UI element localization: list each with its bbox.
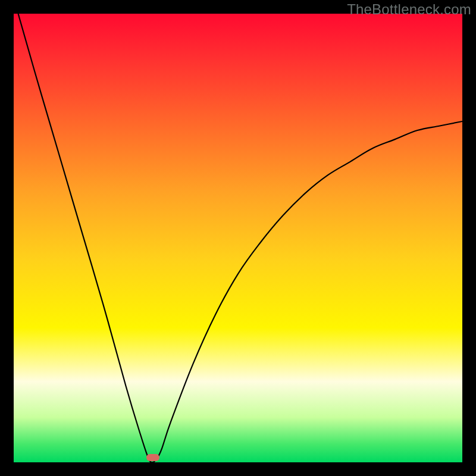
optimal-marker <box>146 454 159 461</box>
chart-frame: TheBottleneck.com <box>0 0 476 476</box>
bottleneck-curve <box>14 14 462 462</box>
watermark-text: TheBottleneck.com <box>347 1 471 18</box>
plot-area <box>14 14 462 462</box>
